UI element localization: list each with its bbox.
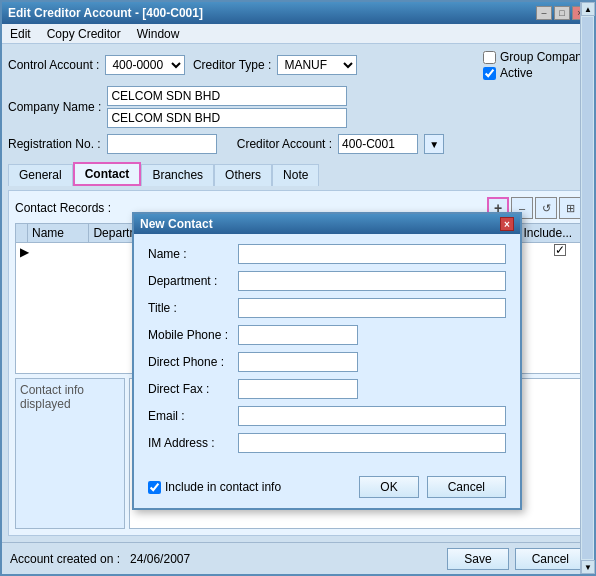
- dialog-mobile-row: Mobile Phone :: [148, 325, 506, 345]
- tabs: General Contact Branches Others Note: [8, 162, 588, 186]
- include-check-header: ✓: [554, 243, 566, 257]
- company-name-input-2[interactable]: [107, 108, 347, 128]
- dialog-include-row: Include in contact info: [148, 480, 281, 494]
- control-account-label: Control Account :: [8, 58, 99, 72]
- include-contact-checkbox[interactable]: [148, 481, 161, 494]
- save-button[interactable]: Save: [447, 548, 508, 570]
- col-include: Include...: [520, 224, 580, 242]
- new-contact-dialog: New Contact × Name : Department : Title …: [132, 212, 522, 510]
- dialog-name-input[interactable]: [238, 244, 506, 264]
- group-company-checkbox[interactable]: [483, 51, 496, 64]
- dialog-close-btn[interactable]: ×: [500, 217, 514, 231]
- tab-general[interactable]: General: [8, 164, 73, 186]
- dialog-fax-label: Direct Fax :: [148, 382, 238, 396]
- company-name-label: Company Name :: [8, 100, 101, 114]
- dialog-mobile-input[interactable]: [238, 325, 358, 345]
- minimize-button[interactable]: –: [536, 6, 552, 20]
- creditor-type-select[interactable]: MANUF: [277, 55, 357, 75]
- reg-no-label: Registration No. :: [8, 137, 101, 151]
- dialog-direct-phone-row: Direct Phone :: [148, 352, 506, 372]
- dialog-name-label: Name :: [148, 247, 238, 261]
- info-scroll-thumb: [582, 17, 593, 559]
- window-title: Edit Creditor Account - [400-C001]: [8, 6, 203, 20]
- info-scroll-down-btn[interactable]: ▼: [581, 560, 595, 574]
- dialog-fax-input[interactable]: [238, 379, 358, 399]
- dialog-fax-row: Direct Fax :: [148, 379, 506, 399]
- creditor-account-lookup-btn[interactable]: ▼: [424, 134, 444, 154]
- footer-buttons: Save Cancel: [447, 548, 586, 570]
- refresh-contact-btn[interactable]: ⊞: [559, 197, 581, 219]
- col-arrow: [16, 224, 28, 242]
- dialog-email-input[interactable]: [238, 406, 506, 426]
- menu-bar: Edit Copy Creditor Window: [2, 24, 594, 44]
- dialog-department-label: Department :: [148, 274, 238, 288]
- dialog-im-label: IM Address :: [148, 436, 238, 450]
- dialog-direct-phone-label: Direct Phone :: [148, 355, 238, 369]
- info-scroll-up-btn[interactable]: ▲: [581, 2, 595, 16]
- maximize-button[interactable]: □: [554, 6, 570, 20]
- row-arrow: ▶: [20, 245, 29, 259]
- tab-branches[interactable]: Branches: [141, 164, 214, 186]
- tab-note[interactable]: Note: [272, 164, 319, 186]
- dialog-direct-phone-input[interactable]: [238, 352, 358, 372]
- group-company-row: Group Company: [483, 50, 588, 64]
- dialog-mobile-label: Mobile Phone :: [148, 328, 238, 342]
- dialog-im-row: IM Address :: [148, 433, 506, 453]
- info-scrollbar[interactable]: ▲ ▼: [580, 2, 594, 574]
- creditor-account-input[interactable]: [338, 134, 418, 154]
- footer: Account created on : 24/06/2007 Save Can…: [2, 542, 594, 574]
- menu-window[interactable]: Window: [133, 26, 184, 42]
- tab-contact[interactable]: Contact: [73, 162, 142, 186]
- menu-copy-creditor[interactable]: Copy Creditor: [43, 26, 125, 42]
- group-company-label: Group Company: [500, 50, 588, 64]
- control-account-select[interactable]: 400-0000: [105, 55, 185, 75]
- contact-info-panel: Contact info displayed: [15, 378, 125, 529]
- dialog-cancel-btn[interactable]: Cancel: [427, 476, 506, 498]
- account-created-date: 24/06/2007: [130, 552, 190, 566]
- dialog-email-label: Email :: [148, 409, 238, 423]
- dialog-title-bar: New Contact ×: [134, 214, 520, 234]
- dialog-title-text: New Contact: [140, 217, 213, 231]
- creditor-account-label: Creditor Account :: [237, 137, 332, 151]
- account-created-text: Account created on : 24/06/2007: [10, 552, 190, 566]
- dialog-ok-btn[interactable]: OK: [359, 476, 418, 498]
- dialog-title-label: Title :: [148, 301, 238, 315]
- contact-records-label: Contact Records :: [15, 201, 111, 215]
- col-name: Name: [28, 224, 89, 242]
- account-created-label: Account created on :: [10, 552, 120, 566]
- dialog-department-input[interactable]: [238, 271, 506, 291]
- active-label: Active: [500, 66, 533, 80]
- creditor-type-label: Creditor Type :: [191, 58, 271, 72]
- reg-no-input[interactable]: [107, 134, 217, 154]
- company-name-row: Company Name :: [8, 86, 588, 128]
- title-bar: Edit Creditor Account - [400-C001] – □ ×: [2, 2, 594, 24]
- dialog-name-row: Name :: [148, 244, 506, 264]
- include-header-checkbox[interactable]: ✓: [554, 244, 566, 256]
- active-row: Active: [483, 66, 588, 80]
- undo-contact-btn[interactable]: ↺: [535, 197, 557, 219]
- dialog-im-input[interactable]: [238, 433, 506, 453]
- tab-others[interactable]: Others: [214, 164, 272, 186]
- company-name-input-1[interactable]: [107, 86, 347, 106]
- contact-info-label: Contact info displayed: [20, 383, 84, 411]
- dialog-action-buttons: OK Cancel: [359, 476, 506, 498]
- checkbox-area: Group Company Active: [483, 50, 588, 80]
- menu-edit[interactable]: Edit: [6, 26, 35, 42]
- dialog-footer: Include in contact info OK Cancel: [134, 470, 520, 508]
- registration-row: Registration No. : Creditor Account : ▼: [8, 134, 588, 154]
- dialog-email-row: Email :: [148, 406, 506, 426]
- cancel-button[interactable]: Cancel: [515, 548, 586, 570]
- dialog-content: Name : Department : Title : Mobile Phone…: [134, 234, 520, 470]
- main-window: Edit Creditor Account - [400-C001] – □ ×…: [0, 0, 596, 576]
- dialog-department-row: Department :: [148, 271, 506, 291]
- dialog-title-row: Title :: [148, 298, 506, 318]
- control-account-row: Control Account : 400-0000 Creditor Type…: [8, 50, 588, 80]
- company-name-inputs: [107, 86, 347, 128]
- active-checkbox[interactable]: [483, 67, 496, 80]
- dialog-title-input[interactable]: [238, 298, 506, 318]
- include-contact-label: Include in contact info: [165, 480, 281, 494]
